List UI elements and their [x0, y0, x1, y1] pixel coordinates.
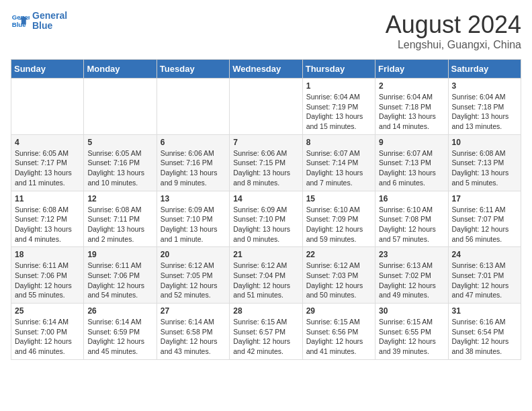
calendar-cell [84, 79, 157, 135]
logo: General Blue General Blue [11, 11, 67, 32]
day-number: 15 [306, 194, 371, 203]
day-number: 27 [161, 306, 226, 316]
week-row-4: 18Sunrise: 6:11 AM Sunset: 7:06 PM Dayli… [11, 247, 521, 304]
day-number: 23 [379, 250, 444, 259]
page-header: General Blue General Blue August 2024 Le… [11, 11, 521, 51]
day-number: 22 [306, 250, 371, 259]
calendar-cell: 22Sunrise: 6:12 AM Sunset: 7:03 PM Dayli… [302, 247, 375, 304]
calendar-cell: 23Sunrise: 6:13 AM Sunset: 7:02 PM Dayli… [375, 247, 448, 304]
calendar-cell: 15Sunrise: 6:10 AM Sunset: 7:09 PM Dayli… [302, 191, 375, 247]
calendar-cell: 12Sunrise: 6:08 AM Sunset: 7:11 PM Dayli… [84, 191, 157, 247]
header-cell-thursday: Thursday [302, 60, 375, 79]
header-cell-sunday: Sunday [11, 60, 84, 79]
day-info: Sunrise: 6:04 AM Sunset: 7:19 PM Dayligh… [306, 92, 371, 132]
header-cell-wednesday: Wednesday [230, 60, 302, 79]
calendar-cell: 27Sunrise: 6:14 AM Sunset: 6:58 PM Dayli… [157, 304, 229, 360]
calendar-cell: 24Sunrise: 6:13 AM Sunset: 7:01 PM Dayli… [448, 247, 521, 304]
calendar-cell: 17Sunrise: 6:11 AM Sunset: 7:07 PM Dayli… [448, 191, 521, 247]
calendar-cell: 9Sunrise: 6:07 AM Sunset: 7:13 PM Daylig… [375, 134, 448, 191]
day-info: Sunrise: 6:11 AM Sunset: 7:06 PM Dayligh… [15, 261, 80, 300]
calendar-cell: 14Sunrise: 6:09 AM Sunset: 7:10 PM Dayli… [230, 191, 302, 247]
day-info: Sunrise: 6:09 AM Sunset: 7:10 PM Dayligh… [161, 205, 226, 244]
calendar-header-row: SundayMondayTuesdayWednesdayThursdayFrid… [11, 60, 521, 79]
calendar-table: SundayMondayTuesdayWednesdayThursdayFrid… [11, 59, 521, 360]
day-info: Sunrise: 6:07 AM Sunset: 7:14 PM Dayligh… [306, 148, 371, 188]
day-info: Sunrise: 6:08 AM Sunset: 7:13 PM Dayligh… [452, 148, 517, 188]
day-number: 8 [306, 138, 371, 147]
calendar-cell: 30Sunrise: 6:15 AM Sunset: 6:55 PM Dayli… [375, 304, 448, 360]
calendar-body: 1Sunrise: 6:04 AM Sunset: 7:19 PM Daylig… [11, 79, 521, 360]
week-row-1: 1Sunrise: 6:04 AM Sunset: 7:19 PM Daylig… [11, 79, 521, 135]
day-number: 9 [379, 138, 444, 147]
day-number: 2 [379, 81, 444, 91]
calendar-cell: 18Sunrise: 6:11 AM Sunset: 7:06 PM Dayli… [11, 247, 84, 304]
header-cell-friday: Friday [375, 60, 448, 79]
day-info: Sunrise: 6:05 AM Sunset: 7:16 PM Dayligh… [87, 148, 152, 188]
day-info: Sunrise: 6:07 AM Sunset: 7:13 PM Dayligh… [379, 148, 444, 188]
day-info: Sunrise: 6:10 AM Sunset: 7:08 PM Dayligh… [379, 205, 444, 244]
day-number: 11 [15, 194, 80, 203]
day-info: Sunrise: 6:05 AM Sunset: 7:17 PM Dayligh… [15, 148, 80, 188]
day-number: 24 [452, 250, 517, 259]
calendar-cell: 1Sunrise: 6:04 AM Sunset: 7:19 PM Daylig… [302, 79, 375, 135]
day-number: 7 [233, 138, 298, 147]
subtitle: Lengshui, Guangxi, China [386, 39, 521, 51]
day-number: 25 [15, 306, 80, 316]
day-number: 19 [87, 250, 152, 259]
day-number: 12 [87, 194, 152, 203]
day-info: Sunrise: 6:11 AM Sunset: 7:07 PM Dayligh… [452, 205, 517, 244]
day-number: 30 [379, 306, 444, 316]
calendar-cell: 6Sunrise: 6:06 AM Sunset: 7:16 PM Daylig… [157, 134, 229, 191]
calendar-cell [230, 79, 302, 135]
calendar-cell: 10Sunrise: 6:08 AM Sunset: 7:13 PM Dayli… [448, 134, 521, 191]
day-number: 28 [233, 306, 298, 316]
day-info: Sunrise: 6:04 AM Sunset: 7:18 PM Dayligh… [452, 92, 517, 132]
calendar-cell: 5Sunrise: 6:05 AM Sunset: 7:16 PM Daylig… [84, 134, 157, 191]
day-info: Sunrise: 6:12 AM Sunset: 7:03 PM Dayligh… [306, 261, 371, 300]
calendar-cell: 28Sunrise: 6:15 AM Sunset: 6:57 PM Dayli… [230, 304, 302, 360]
day-info: Sunrise: 6:11 AM Sunset: 7:06 PM Dayligh… [87, 261, 152, 300]
main-title: August 2024 [386, 11, 521, 39]
day-info: Sunrise: 6:08 AM Sunset: 7:11 PM Dayligh… [87, 205, 152, 244]
logo-text-line2: Blue [32, 21, 67, 31]
day-info: Sunrise: 6:06 AM Sunset: 7:16 PM Dayligh… [161, 148, 226, 188]
day-number: 26 [87, 306, 152, 316]
day-number: 20 [161, 250, 226, 259]
calendar-cell: 16Sunrise: 6:10 AM Sunset: 7:08 PM Dayli… [375, 191, 448, 247]
day-info: Sunrise: 6:15 AM Sunset: 6:57 PM Dayligh… [233, 317, 298, 357]
day-info: Sunrise: 6:04 AM Sunset: 7:18 PM Dayligh… [379, 92, 444, 132]
logo-text-line1: General [32, 11, 67, 21]
calendar-cell [157, 79, 229, 135]
day-info: Sunrise: 6:10 AM Sunset: 7:09 PM Dayligh… [306, 205, 371, 244]
day-info: Sunrise: 6:15 AM Sunset: 6:55 PM Dayligh… [379, 317, 444, 357]
day-number: 5 [87, 138, 152, 147]
day-info: Sunrise: 6:16 AM Sunset: 6:54 PM Dayligh… [452, 317, 517, 357]
calendar-cell: 21Sunrise: 6:12 AM Sunset: 7:04 PM Dayli… [230, 247, 302, 304]
day-number: 14 [233, 194, 298, 203]
week-row-5: 25Sunrise: 6:14 AM Sunset: 7:00 PM Dayli… [11, 304, 521, 360]
day-info: Sunrise: 6:12 AM Sunset: 7:05 PM Dayligh… [161, 261, 226, 300]
day-info: Sunrise: 6:13 AM Sunset: 7:02 PM Dayligh… [379, 261, 444, 300]
calendar-cell [11, 79, 84, 135]
day-info: Sunrise: 6:14 AM Sunset: 6:59 PM Dayligh… [87, 317, 152, 357]
day-number: 10 [452, 138, 517, 147]
day-number: 6 [161, 138, 226, 147]
day-number: 17 [452, 194, 517, 203]
day-info: Sunrise: 6:14 AM Sunset: 6:58 PM Dayligh… [161, 317, 226, 357]
day-info: Sunrise: 6:15 AM Sunset: 6:56 PM Dayligh… [306, 317, 371, 357]
title-block: August 2024 Lengshui, Guangxi, China [386, 11, 521, 51]
calendar-cell: 20Sunrise: 6:12 AM Sunset: 7:05 PM Dayli… [157, 247, 229, 304]
day-number: 18 [15, 250, 80, 259]
calendar-cell: 7Sunrise: 6:06 AM Sunset: 7:15 PM Daylig… [230, 134, 302, 191]
calendar-cell: 31Sunrise: 6:16 AM Sunset: 6:54 PM Dayli… [448, 304, 521, 360]
day-number: 1 [306, 81, 371, 91]
calendar-cell: 2Sunrise: 6:04 AM Sunset: 7:18 PM Daylig… [375, 79, 448, 135]
day-number: 4 [15, 138, 80, 147]
calendar-cell: 4Sunrise: 6:05 AM Sunset: 7:17 PM Daylig… [11, 134, 84, 191]
logo-icon: General Blue [11, 11, 30, 30]
day-number: 13 [161, 194, 226, 203]
day-number: 16 [379, 194, 444, 203]
calendar-cell: 19Sunrise: 6:11 AM Sunset: 7:06 PM Dayli… [84, 247, 157, 304]
day-number: 29 [306, 306, 371, 316]
calendar-cell: 13Sunrise: 6:09 AM Sunset: 7:10 PM Dayli… [157, 191, 229, 247]
